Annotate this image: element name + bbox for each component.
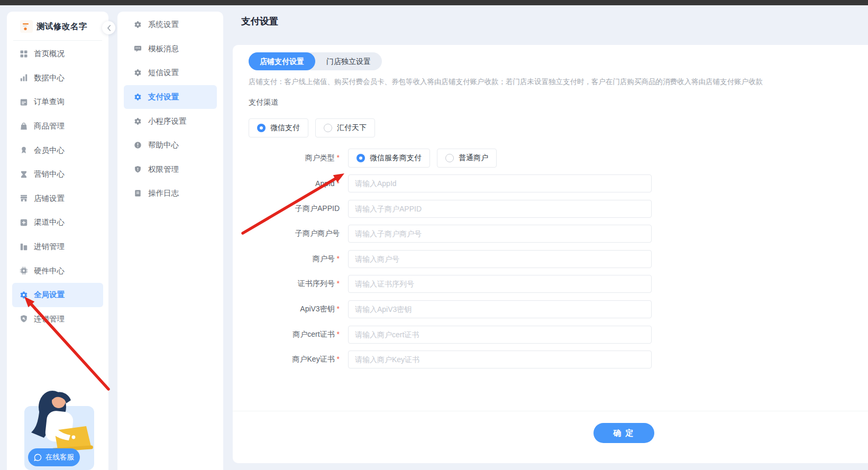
- settings-item-label: 权限管理: [148, 164, 179, 174]
- sidebar-item-marketing-center[interactable]: 营销中心: [12, 162, 103, 187]
- sidebar-item-hardware-center[interactable]: 硬件中心: [12, 259, 103, 283]
- shop-payment-description: 店铺支付：客户线上储值、购买付费会员卡、券包等收入将由店铺支付账户收款；若门店未…: [249, 77, 763, 87]
- settings-sidebar: 系统设置 模板消息 短信设置 支付设置 小程序设置 帮助中心 权限管理 操作日志: [117, 12, 223, 470]
- appid-label: AppId: [249, 179, 344, 188]
- chain-shield-icon: [20, 315, 28, 323]
- radio-label: 微信支付: [270, 123, 300, 133]
- sidebar-item-home-overview[interactable]: 首页概况: [12, 42, 103, 66]
- settings-item-permissions[interactable]: 权限管理: [124, 158, 217, 182]
- settings-item-help-center[interactable]: 帮助中心: [124, 133, 217, 158]
- sidebar-item-goods-management[interactable]: 商品管理: [12, 114, 103, 139]
- sub-merchant-appid-input[interactable]: [348, 200, 652, 218]
- payment-channel-label: 支付渠道: [249, 98, 278, 107]
- cert-serial-label: 证书序列号: [249, 279, 344, 289]
- sidebar-collapse-button[interactable]: [102, 21, 115, 34]
- sub-merchant-appid-label: 子商户APPID: [249, 204, 344, 214]
- bar-chart-icon: [20, 73, 28, 82]
- sidebar-item-order-query[interactable]: 订单查询: [12, 90, 103, 114]
- sidebar-item-label: 首页概况: [34, 49, 65, 59]
- online-service-label: 在线客服: [45, 453, 74, 462]
- merchant-cert-input[interactable]: [348, 326, 652, 344]
- sidebar-item-label: 进销管理: [34, 242, 65, 252]
- radio-normal-merchant[interactable]: 普通商户: [437, 149, 497, 168]
- sidebar-item-data-center[interactable]: 数据中心: [12, 66, 103, 90]
- radio-selected-icon: [257, 124, 266, 132]
- sidebar-item-label: 店铺设置: [34, 193, 65, 204]
- form-row-merchant-key: 商户Key证书: [249, 351, 652, 368]
- log-doc-icon: [134, 189, 142, 197]
- settings-item-label: 模板消息: [148, 44, 179, 54]
- radio-wechat-pay[interactable]: 微信支付: [249, 118, 308, 137]
- radio-unselected-icon: [445, 154, 454, 162]
- settings-item-label: 系统设置: [148, 20, 179, 30]
- sidebar-item-label: 会员中心: [34, 145, 65, 155]
- sub-merchant-id-input[interactable]: [348, 225, 652, 243]
- settings-item-label: 短信设置: [148, 68, 179, 78]
- sidebar-item-label: 订单查询: [34, 97, 65, 107]
- appid-input[interactable]: [348, 174, 652, 192]
- apiv3-key-label: ApiV3密钥: [249, 305, 344, 314]
- sidebar-item-shop-settings[interactable]: 店铺设置: [12, 187, 103, 211]
- settings-item-payment[interactable]: 支付设置: [124, 85, 217, 109]
- channel-icon: [20, 218, 28, 227]
- chat-bubble-icon: [34, 454, 42, 462]
- shield-icon: [134, 165, 142, 173]
- sidebar-item-global-settings[interactable]: 全局设置: [12, 283, 103, 307]
- sidebar-item-label: 营销中心: [34, 169, 65, 179]
- online-service-button[interactable]: 在线客服: [28, 448, 80, 466]
- divider: [13, 40, 102, 41]
- sub-merchant-id-label: 子商户商户号: [249, 229, 344, 238]
- apiv3-key-input[interactable]: [348, 300, 652, 318]
- sidebar-item-label: 全局设置: [34, 290, 65, 300]
- radio-selected-icon: [357, 154, 365, 162]
- tab-store-independent[interactable]: 门店独立设置: [315, 52, 382, 70]
- merchant-key-label: 商户Key证书: [249, 355, 344, 364]
- payment-channel-options: 微信支付 汇付天下: [249, 118, 375, 137]
- merchant-key-input[interactable]: [348, 351, 652, 368]
- shop-icon: [20, 194, 28, 202]
- sidebar-item-chain-management[interactable]: 连锁管理: [12, 307, 103, 331]
- settings-item-system[interactable]: 系统设置: [124, 13, 217, 37]
- merchant-id-input[interactable]: [348, 250, 652, 268]
- payment-settings-card: 店铺支付设置 门店独立设置 店铺支付：客户线上储值、购买付费会员卡、券包等收入将…: [233, 45, 868, 463]
- inventory-icon: [20, 243, 28, 251]
- gear-icon: [134, 21, 142, 29]
- settings-item-label: 帮助中心: [148, 140, 179, 150]
- merchant-type-label: 商户类型: [249, 153, 344, 163]
- settings-item-sms[interactable]: 短信设置: [124, 61, 217, 85]
- settings-item-miniprogram[interactable]: 小程序设置: [124, 109, 217, 133]
- gear-icon: [134, 69, 142, 77]
- form-row-appid: AppId: [249, 174, 652, 192]
- sidebar-item-label: 数据中心: [34, 73, 65, 83]
- settings-item-label: 支付设置: [148, 92, 179, 102]
- gear-icon: [20, 291, 28, 299]
- sidebar-item-member-center[interactable]: 会员中心: [12, 138, 103, 162]
- merchant-id-label: 商户号: [249, 254, 344, 264]
- brand-header: 测试修改名字: [7, 12, 108, 40]
- settings-item-operation-log[interactable]: 操作日志: [124, 181, 217, 206]
- radio-huifu-tianxia[interactable]: 汇付天下: [315, 118, 375, 137]
- goods-bag-icon: [20, 122, 28, 131]
- footer-divider: [233, 411, 868, 411]
- member-medal-icon: [20, 146, 28, 154]
- marketing-icon: [20, 170, 28, 179]
- cert-serial-input[interactable]: [348, 275, 652, 293]
- settings-item-template-message[interactable]: 模板消息: [124, 37, 217, 61]
- settings-item-label: 操作日志: [148, 188, 179, 198]
- tab-shop-payment[interactable]: 店铺支付设置: [249, 52, 315, 70]
- merchant-cert-label: 商户cert证书: [249, 330, 344, 339]
- sidebar-item-channel-center[interactable]: 渠道中心: [12, 210, 103, 235]
- sidebar-item-inventory-management[interactable]: 进销管理: [12, 235, 103, 259]
- confirm-button[interactable]: 确 定: [593, 423, 654, 443]
- page-title: 支付设置: [241, 15, 278, 27]
- form-row-sub-merchant-appid: 子商户APPID: [249, 200, 652, 218]
- tab-bar: 店铺支付设置 门店独立设置: [249, 52, 382, 70]
- sidebar-item-label: 连锁管理: [34, 314, 65, 324]
- radio-label: 普通商户: [459, 153, 488, 163]
- brand-logo: [20, 20, 33, 33]
- hardware-chip-icon: [20, 266, 28, 275]
- brand-name: 测试修改名字: [36, 21, 87, 32]
- top-bar: [0, 0, 868, 5]
- radio-wechat-service-provider[interactable]: 微信服务商支付: [348, 149, 430, 168]
- form-row-sub-merchant-id: 子商户商户号: [249, 225, 652, 243]
